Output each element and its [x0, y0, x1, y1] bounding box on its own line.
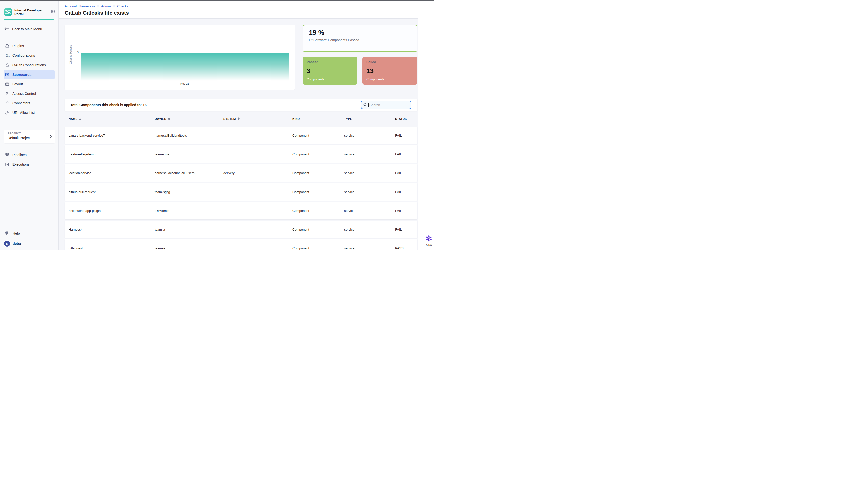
- sidebar-item-pipelines[interactable]: Pipelines: [3, 150, 55, 159]
- page-title: GitLab Gitleaks file exists: [65, 10, 418, 16]
- sidebar-item-label: Plugins: [12, 44, 24, 48]
- cell-owner: IDPAdmin: [155, 209, 223, 213]
- sidebar: Internal Developer Portal Back to Main M…: [0, 1, 58, 250]
- sort-icon: [168, 117, 170, 121]
- scorecard-icon: [5, 72, 9, 77]
- cell-name: canary-backend-service7: [69, 134, 155, 137]
- cell-status: FAIL: [395, 190, 418, 194]
- percent-passed-value: 19 %: [309, 29, 411, 37]
- breadcrumb-checks[interactable]: Checks: [117, 4, 128, 8]
- help-chat-icon: ?: [5, 231, 10, 236]
- divider: [4, 227, 54, 227]
- passed-label: Passed: [307, 60, 353, 64]
- aida-button[interactable]: AIDA: [425, 235, 433, 247]
- sidebar-item-label: OAuth Configurations: [12, 63, 46, 67]
- cell-type: service: [344, 209, 395, 213]
- sidebar-item-label: Scorecards: [12, 72, 31, 77]
- cell-name: Harness4: [69, 228, 155, 231]
- table-row[interactable]: hello-world-app-plugins IDPAdmin Compone…: [65, 202, 418, 219]
- cell-status: FAIL: [395, 171, 418, 175]
- cell-name: Feature-flag-demo: [69, 152, 155, 156]
- app-launcher-grid-icon[interactable]: [51, 10, 55, 14]
- avatar: D: [4, 241, 10, 247]
- table-row[interactable]: location-service harness_account_all_use…: [65, 164, 418, 182]
- table-toolbar: Total Components this check is applied t…: [65, 99, 418, 111]
- brand-title: Internal Developer Portal: [14, 8, 44, 16]
- percent-passed-caption: Of Software Components Passed: [309, 38, 411, 42]
- column-header-system[interactable]: SYSTEM: [223, 117, 292, 121]
- layout-icon: [5, 82, 9, 86]
- cell-status: PASS: [395, 247, 418, 250]
- sidebar-item-oauth-configurations[interactable]: OAuth Configurations: [3, 60, 55, 69]
- cell-name: gitlab-test: [69, 247, 155, 250]
- cell-name: github-pull-request: [69, 190, 155, 194]
- aida-flower-icon: [425, 235, 433, 242]
- cell-owner: team-cme: [155, 152, 223, 156]
- breadcrumb: Account: Harness.io Admin Checks: [65, 4, 418, 8]
- cell-type: service: [344, 152, 395, 156]
- breadcrumb-account[interactable]: Account: Harness.io: [65, 4, 95, 8]
- sidebar-item-access-control[interactable]: Access Control: [3, 89, 55, 98]
- sort-icon: [237, 117, 240, 121]
- cell-kind: Component: [292, 134, 344, 137]
- gears-icon: ⚙⚙: [5, 53, 9, 58]
- user-name: deba: [13, 242, 21, 246]
- page-header: Account: Harness.io Admin Checks GitLab …: [58, 1, 418, 19]
- breadcrumb-admin[interactable]: Admin: [101, 4, 111, 8]
- cell-type: service: [344, 171, 395, 175]
- puzzle-icon: [5, 44, 9, 48]
- total-components-summary: Total Components this check is applied t…: [70, 103, 147, 107]
- cell-owner: harness_account_all_users: [155, 171, 223, 175]
- help-label: Help: [13, 231, 20, 236]
- table-row[interactable]: Feature-flag-demo team-cme Component ser…: [65, 145, 418, 163]
- table-row[interactable]: gitlab-test team-a Component service PAS…: [65, 239, 418, 250]
- failed-caption: Components: [366, 78, 413, 81]
- chart-x-tick: Nov 21: [81, 82, 289, 85]
- user-menu[interactable]: D deba: [3, 239, 55, 248]
- sidebar-item-url-allow-list[interactable]: URL Allow List: [3, 108, 55, 117]
- failed-card: Failed 13 Components: [363, 57, 418, 84]
- search-icon: [363, 103, 367, 108]
- cell-owner: team-a: [155, 247, 223, 250]
- main-area: Account: Harness.io Admin Checks GitLab …: [58, 1, 418, 250]
- chevron-right-icon: [50, 135, 52, 139]
- project-selector[interactable]: PROJECT Default Project: [4, 129, 55, 143]
- column-header-type: TYPE: [344, 117, 395, 121]
- back-to-main-menu[interactable]: Back to Main Menu: [0, 26, 58, 32]
- project-label: PROJECT: [8, 132, 51, 135]
- sidebar-item-configurations[interactable]: ⚙⚙ Configurations: [3, 51, 55, 60]
- sidebar-item-scorecards[interactable]: Scorecards: [3, 70, 55, 79]
- column-header-name[interactable]: NAME: [69, 117, 155, 121]
- branch-arrows-icon: [5, 101, 9, 105]
- cell-name: hello-world-app-plugins: [69, 209, 155, 213]
- pipelines-icon: [5, 152, 9, 157]
- failed-value: 13: [366, 68, 413, 74]
- column-header-status: STATUS: [395, 117, 418, 121]
- table-row[interactable]: canary-backend-service7 harness/Buildand…: [65, 126, 418, 144]
- sidebar-item-connectors[interactable]: Connectors: [3, 99, 55, 108]
- percent-passed-card: 19 % Of Software Components Passed: [303, 25, 418, 52]
- sidebar-item-label: Pipelines: [12, 153, 26, 157]
- sidebar-item-executions[interactable]: Executions: [3, 160, 55, 169]
- right-edge-panel: AIDA: [418, 1, 434, 250]
- cell-status: FAIL: [395, 209, 418, 213]
- help-button[interactable]: ? Help: [3, 229, 55, 238]
- cell-kind: Component: [292, 247, 344, 250]
- cell-owner: team-sgsg: [155, 190, 223, 194]
- sidebar-item-plugins[interactable]: Plugins: [3, 42, 55, 50]
- sidebar-item-label: Access Control: [12, 92, 36, 95]
- back-arrow-icon: [4, 27, 9, 31]
- cell-type: service: [344, 247, 395, 250]
- project-name: Default Project: [8, 136, 51, 140]
- chevron-right-icon: [113, 4, 115, 8]
- sidebar-item-layout[interactable]: Layout: [3, 80, 55, 89]
- play-square-icon: [5, 162, 9, 167]
- column-header-owner[interactable]: OWNER: [155, 117, 223, 121]
- table-row[interactable]: github-pull-request team-sgsg Component …: [65, 183, 418, 201]
- cell-status: FAIL: [395, 152, 418, 156]
- table-row[interactable]: Harness4 team-a Component service FAIL: [65, 220, 418, 238]
- idp-logo: [4, 8, 12, 16]
- checks-passed-chart: Checks Passed 3 Nov 21: [65, 25, 295, 90]
- aida-label: AIDA: [425, 244, 433, 247]
- table-header-row: NAME OWNER SYSTEM KIND TYPE STATUS: [65, 111, 418, 126]
